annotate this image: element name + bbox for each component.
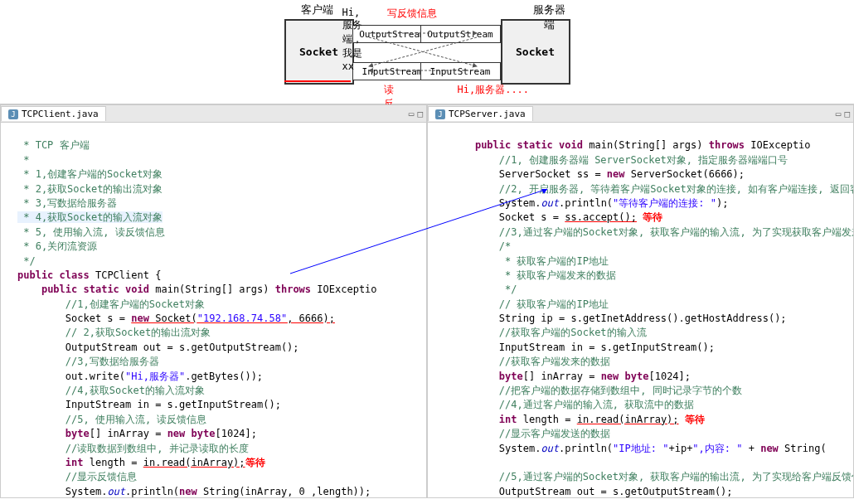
code: in.read(inArray); — [143, 457, 245, 468]
code: .getBytes()); — [185, 371, 263, 382]
static-ref: out — [541, 197, 559, 209]
right-code-area[interactable]: public static void main(String[] args) t… — [428, 123, 853, 498]
kw: int — [66, 457, 84, 468]
comment: //获取客户端发来的数据 — [499, 356, 610, 367]
comment: * 5, 使用输入流, 读反馈信息 — [17, 226, 165, 238]
comment: //1, 创建服务器端 ServerSocket对象, 指定服务器端端口号 — [499, 154, 788, 166]
kw: class — [60, 269, 90, 281]
code: +ip+ — [668, 443, 692, 454]
kw: byte — [625, 371, 649, 382]
restore-icon[interactable]: ▭ — [409, 109, 415, 119]
code: OutputStream out = s.getOutputStream(); — [499, 486, 733, 497]
tab-tcpclient[interactable]: J TCPClient.java — [1, 106, 106, 121]
kw: byte — [192, 428, 216, 439]
code: [1024]; — [648, 371, 691, 382]
code: [1024]; — [215, 428, 257, 439]
string: ",内容: " — [692, 443, 742, 454]
client-label: 客户端 — [301, 2, 333, 17]
code: .println( — [559, 197, 613, 209]
comment: //4,通过客户端的输入流, 获取流中的数据 — [499, 399, 694, 410]
comment: * 获取客户端发来的数据 — [499, 269, 617, 281]
comment: */ — [17, 255, 36, 267]
kw: new — [167, 428, 186, 439]
comment: //5, 使用输入流, 读反馈信息 — [66, 414, 207, 425]
java-file-icon: J — [8, 109, 18, 119]
code: length = — [517, 414, 576, 425]
string: "等待客户端的连接: " — [613, 197, 716, 209]
kw: static — [84, 284, 119, 295]
kw: int — [499, 414, 517, 425]
code: System. — [66, 486, 108, 497]
comment: //显示客户端发送的数据 — [499, 428, 610, 439]
comment: * TCP 客户端 — [17, 139, 90, 151]
static-ref: out — [541, 443, 559, 454]
comment: * 3,写数据给服务器 — [17, 197, 117, 209]
kw: public — [41, 284, 77, 295]
comment: //1,创建客户端的Socket对象 — [66, 298, 205, 310]
string: "Hi,服务器" — [125, 371, 185, 382]
maximize-icon[interactable]: □ — [844, 109, 850, 119]
tab-controls: ▭ □ — [409, 109, 426, 119]
code: .println( — [559, 443, 613, 454]
comment: //读取数据到数组中, 并记录读取的长度 — [66, 443, 249, 454]
code: OutputStream out = s.getOutputStream(); — [66, 342, 299, 353]
code: Socket s = — [66, 313, 131, 324]
tab-label: TCPServer.java — [449, 109, 526, 119]
kw: throws — [275, 284, 311, 295]
code: System. — [499, 443, 541, 454]
write-feedback: 写反馈信息 — [387, 7, 437, 21]
editor-container: J TCPClient.java ▭ □ * TCP 客户端 * * 1,创建客… — [0, 104, 854, 498]
kw: public — [17, 269, 53, 281]
code: Socket s = — [499, 211, 565, 223]
kw: static — [517, 139, 553, 151]
comment: //显示反馈信息 — [66, 471, 137, 482]
server-label: 服务器端 — [528, 2, 570, 32]
right-editor-pane: J TCPServer.java ▭ □ public static void … — [427, 104, 854, 498]
code: InputStream in = s.getInputStream(); — [499, 342, 715, 353]
java-file-icon: J — [435, 109, 445, 119]
code: out.write( — [66, 371, 125, 382]
restore-icon[interactable]: ▭ — [836, 109, 842, 119]
comment: // 获取客户端的IP地址 — [499, 298, 609, 310]
code: ss.accept(); — [565, 211, 637, 223]
kw: new — [131, 313, 149, 324]
server-input-stream: InputStream — [420, 62, 501, 80]
code: String( — [779, 443, 827, 454]
server-output-stream: OutputStream — [420, 25, 501, 43]
left-editor-pane: J TCPClient.java ▭ □ * TCP 客户端 * * 1,创建客… — [0, 104, 427, 498]
kw: new — [179, 486, 197, 497]
comment: //3,写数据给服务器 — [66, 356, 159, 367]
maximize-icon[interactable]: □ — [417, 109, 423, 119]
client-group: 客户端 Socket OutputStream InputStream Hi,服… — [284, 4, 354, 99]
comment: * 2,获取Socket的输出流对象 — [17, 183, 163, 195]
code: [] inArray = — [90, 428, 167, 439]
left-code-area[interactable]: * TCP 客户端 * * 1,创建客户端的Socket对象 * 2,获取Soc… — [1, 123, 426, 498]
kw: void — [125, 284, 149, 295]
static-ref: out — [107, 486, 125, 497]
comment: //4,获取Socket的输入流对象 — [66, 385, 205, 396]
tab-label: TCPClient.java — [22, 109, 99, 119]
annotation: 等待 — [245, 457, 265, 468]
code: ); — [716, 197, 728, 209]
annotation: 等待 — [685, 414, 705, 425]
kw: new — [607, 168, 625, 180]
kw: byte — [499, 371, 523, 382]
right-tab-bar: J TCPServer.java ▭ □ — [428, 105, 853, 123]
kw: new — [760, 443, 779, 454]
comment: //2, 开启服务器, 等待着客户端Socket对象的连接, 如有客户端连接, … — [499, 183, 853, 195]
kw: void — [559, 139, 583, 151]
comment: // 2,获取Socket的输出流对象 — [66, 327, 211, 338]
code: .println( — [125, 486, 179, 497]
comment: * 1,创建客户端的Socket对象 — [17, 168, 163, 180]
code: Socket( — [149, 313, 197, 324]
kw: byte — [66, 428, 90, 439]
tab-tcpserver[interactable]: J TCPServer.java — [428, 106, 533, 121]
code: [] inArray = — [523, 371, 601, 382]
code: String(inArray, 0 ,length)); — [197, 486, 371, 497]
comment: * 6,关闭流资源 — [17, 240, 97, 252]
code: length = — [83, 457, 143, 468]
socket-diagram: 客户端 Socket OutputStream InputStream Hi,服… — [91, 0, 763, 104]
kw: public — [475, 139, 511, 151]
code: ServerSocket(6666); — [625, 168, 745, 180]
comment: * 获取客户端的IP地址 — [499, 255, 609, 267]
